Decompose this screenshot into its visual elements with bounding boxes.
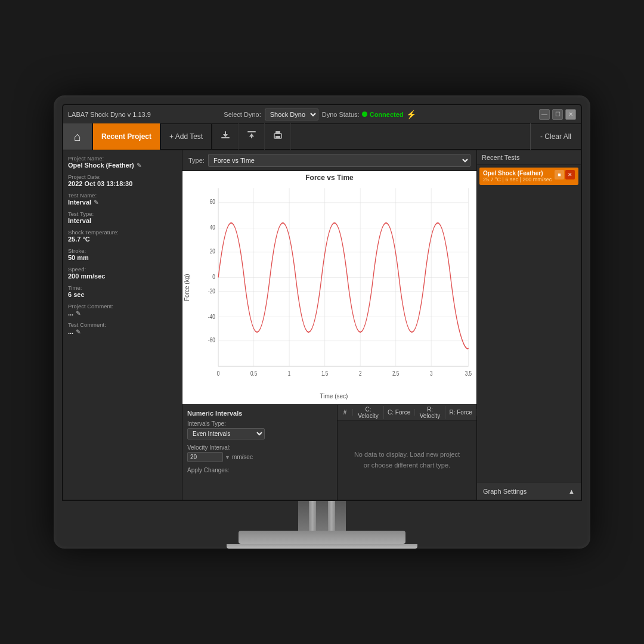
clear-all-button[interactable]: - Clear All xyxy=(530,123,581,150)
time-label: Time: xyxy=(68,284,177,291)
svg-text:0: 0 xyxy=(212,273,215,281)
title-bar: LABA7 Shock Dyno v 1.13.9 Select Dyno: S… xyxy=(63,105,581,124)
chart-svg: 60 40 20 0 -20 -40 -60 0 0.5 1 1.5 xyxy=(191,174,476,392)
print-icon xyxy=(273,130,283,143)
window-controls: — ☐ ✕ xyxy=(539,109,576,120)
svg-text:1: 1 xyxy=(288,370,291,377)
test-comment-value: ... ✎ xyxy=(68,328,177,335)
connected-text: Connected xyxy=(370,111,404,118)
data-table: # C: Velocity C: Force R: Velocity R: Fo… xyxy=(338,405,476,500)
project-date-field: Project Date: 2022 Oct 03 13:18:30 xyxy=(68,174,177,187)
monitor: LABA7 Shock Dyno v 1.13.9 Select Dyno: S… xyxy=(54,95,590,549)
velocity-interval-input[interactable] xyxy=(187,452,223,462)
test-name-label: Test Name: xyxy=(68,192,177,199)
export-icon-1 xyxy=(220,130,231,143)
stroke-field: Stroke: 50 mm xyxy=(68,247,177,261)
add-test-button[interactable]: + Add Test xyxy=(161,123,212,150)
home-button[interactable]: ⌂ xyxy=(63,123,93,150)
usb-icon: ⚡ xyxy=(406,110,416,119)
test-name-field: Test Name: Interval ✎ xyxy=(68,192,177,206)
maximize-button[interactable]: ☐ xyxy=(552,109,563,120)
intervals-type-label: Intervals Type: xyxy=(187,420,332,427)
type-label: Type: xyxy=(188,157,205,164)
app-title: LABA7 Shock Dyno v 1.13.9 xyxy=(68,111,224,118)
project-name-label: Project Name: xyxy=(68,155,177,162)
dyno-select[interactable]: Shock Dyno xyxy=(265,109,318,120)
export-button-2[interactable] xyxy=(239,123,265,150)
stand-base-bottom xyxy=(227,544,417,549)
close-button[interactable]: ✕ xyxy=(565,109,576,120)
time-field: Time: 6 sec xyxy=(68,284,177,298)
svg-text:0.5: 0.5 xyxy=(250,370,257,377)
svg-rect-8 xyxy=(275,136,280,138)
svg-marker-5 xyxy=(249,134,254,137)
recent-test-item[interactable]: Opel Shock (Feather) 25.7 °C | 6 sec | 2… xyxy=(479,168,578,185)
right-sidebar-spacer xyxy=(477,187,581,482)
test-name-edit-icon[interactable]: ✎ xyxy=(94,199,98,206)
speed-value: 200 mm/sec xyxy=(68,273,177,280)
svg-text:3: 3 xyxy=(430,370,433,377)
numeric-intervals-title: Numeric Intervals xyxy=(187,410,332,417)
bottom-section: Numeric Intervals Intervals Type: Even I… xyxy=(182,404,476,500)
print-button[interactable] xyxy=(265,123,291,150)
recent-test-close-button[interactable]: ✕ xyxy=(565,170,575,179)
svg-text:-20: -20 xyxy=(208,287,215,295)
apply-changes-field: Apply Changes: xyxy=(187,467,332,473)
svg-rect-7 xyxy=(275,131,280,134)
project-name-value: Opel Shock (Feather) ✎ xyxy=(68,162,177,169)
shock-temp-value: 25.7 °C xyxy=(68,236,177,243)
chart-title: Force vs Time xyxy=(305,174,353,182)
test-comment-field: Test Comment: ... ✎ xyxy=(68,321,177,335)
table-empty-message: No data to display. Load new projector c… xyxy=(338,420,476,500)
home-icon: ⌂ xyxy=(74,130,81,144)
project-comment-field: Project Comment: ... ✎ xyxy=(68,303,177,317)
test-type-value: Interval xyxy=(68,217,177,224)
col-r-velocity: R: Velocity xyxy=(415,406,446,419)
status-dot-icon xyxy=(362,112,367,117)
main-content: Project Name: Opel Shock (Feather) ✎ Pro… xyxy=(63,150,581,500)
minimize-button[interactable]: — xyxy=(539,109,550,120)
test-comment-edit-icon[interactable]: ✎ xyxy=(76,329,80,335)
svg-text:0: 0 xyxy=(217,370,220,377)
intervals-type-select[interactable]: Even Intervals xyxy=(187,428,265,439)
graph-settings-arrow-icon: ▲ xyxy=(568,488,575,495)
svg-text:1.5: 1.5 xyxy=(321,370,328,377)
clear-all-label: - Clear All xyxy=(540,132,571,141)
x-axis-label: Time (sec) xyxy=(191,392,476,402)
recent-test-buttons: ■ ✕ xyxy=(555,170,575,179)
col-c-velocity: C: Velocity xyxy=(353,406,384,419)
project-comment-label: Project Comment: xyxy=(68,303,177,309)
export-button-1[interactable] xyxy=(212,123,239,150)
graph-settings-button[interactable]: Graph Settings ▲ xyxy=(477,482,581,500)
project-name-edit-icon[interactable]: ✎ xyxy=(137,162,141,169)
chart-type-select[interactable]: Force vs Time xyxy=(208,154,470,167)
close-icon: ✕ xyxy=(568,172,572,178)
table-header: # C: Velocity C: Force R: Velocity R: Fo… xyxy=(338,405,476,420)
add-test-label: + Add Test xyxy=(169,132,203,141)
center-area: Type: Force vs Time Force vs Time Force … xyxy=(182,150,476,500)
dyno-selector-area: Select Dyno: Shock Dyno Dyno Status: Con… xyxy=(224,109,535,120)
velocity-arrow-icon[interactable]: ▼ xyxy=(225,454,230,460)
y-axis-label: Force (kg) xyxy=(182,174,191,402)
svg-rect-0 xyxy=(221,137,230,138)
svg-rect-3 xyxy=(247,131,256,132)
numeric-intervals-panel: Numeric Intervals Intervals Type: Even I… xyxy=(182,405,338,500)
svg-text:60: 60 xyxy=(210,198,215,206)
export-icon-2 xyxy=(246,130,257,143)
chart-svg-wrapper: 60 40 20 0 -20 -40 -60 0 0.5 1 1.5 xyxy=(191,174,476,402)
recent-project-button[interactable]: Recent Project xyxy=(93,123,161,150)
select-dyno-label: Select Dyno: xyxy=(224,111,261,118)
velocity-unit: mm/sec xyxy=(232,454,253,460)
dyno-status-area: Dyno Status: Connected ⚡ xyxy=(322,110,535,119)
shock-temp-label: Shock Temperature: xyxy=(68,229,177,236)
recent-test-square-button[interactable]: ■ xyxy=(555,170,564,179)
dyno-status-label: Dyno Status: xyxy=(322,111,360,118)
svg-text:2: 2 xyxy=(359,370,362,377)
screen: LABA7 Shock Dyno v 1.13.9 Select Dyno: S… xyxy=(62,104,582,501)
stand-neck-bar-right xyxy=(328,501,335,531)
svg-marker-2 xyxy=(223,134,228,137)
shock-temp-field: Shock Temperature: 25.7 °C xyxy=(68,229,177,243)
left-sidebar: Project Name: Opel Shock (Feather) ✎ Pro… xyxy=(63,150,182,500)
project-comment-edit-icon[interactable]: ✎ xyxy=(76,310,80,317)
chart-container: Force vs Time Force (kg) xyxy=(182,171,476,404)
